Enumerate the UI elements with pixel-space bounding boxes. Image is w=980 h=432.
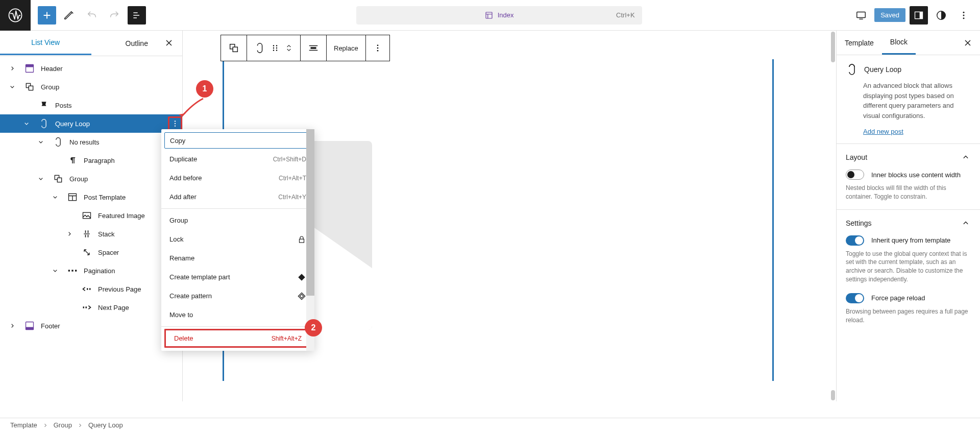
- tree-row-previous-page[interactable]: Previous Page: [0, 280, 182, 298]
- content-width-toggle[interactable]: [846, 170, 864, 180]
- document-title: Index: [498, 11, 514, 19]
- menu-add-before[interactable]: Add beforeCtrl+Alt+T: [161, 169, 314, 187]
- tab-template[interactable]: Template: [837, 32, 882, 54]
- main-area: List View Outline HeaderGroupPostsQuery …: [0, 31, 980, 401]
- toggle-icon[interactable]: [35, 138, 47, 146]
- svg-rect-4: [920, 12, 923, 18]
- save-status[interactable]: Saved: [874, 8, 905, 22]
- parent-block-button[interactable]: [221, 35, 247, 61]
- list-view-toggle[interactable]: [128, 6, 146, 25]
- loop-icon[interactable]: [254, 42, 265, 54]
- menu-copy[interactable]: Copy: [164, 132, 311, 149]
- menu-create-template-part[interactable]: Create template part: [161, 268, 314, 286]
- tree-row-label: Next Page: [98, 304, 129, 311]
- tree-row-stack[interactable]: Stack: [0, 225, 182, 243]
- tree-row-spacer[interactable]: Spacer: [0, 243, 182, 261]
- menu-item-label: Add after: [169, 193, 197, 201]
- list-view-panel: List View Outline HeaderGroupPostsQuery …: [0, 31, 183, 401]
- tab-list-view[interactable]: List View: [0, 31, 91, 55]
- svg-point-36: [276, 50, 277, 51]
- tree-row-label: No results: [69, 138, 100, 146]
- annotation-badge-2: 2: [305, 319, 322, 337]
- layout-panel-toggle[interactable]: Layout: [846, 152, 971, 162]
- tree-row-no-results[interactable]: No results: [0, 133, 182, 151]
- menu-create-pattern[interactable]: Create pattern: [161, 286, 314, 305]
- undo-button[interactable]: [83, 6, 101, 25]
- menu-rename[interactable]: Rename: [161, 249, 314, 268]
- tree-row-post-template[interactable]: Post Template: [0, 188, 182, 206]
- svg-point-38: [377, 44, 378, 46]
- breadcrumb-item[interactable]: Template: [10, 421, 37, 429]
- redo-button[interactable]: [105, 6, 124, 25]
- toggle-icon[interactable]: [6, 64, 18, 73]
- menu-item-label: Copy: [170, 137, 185, 145]
- tab-block[interactable]: Block: [882, 31, 916, 55]
- menu-add-after[interactable]: Add afterCtrl+Alt+Y: [161, 187, 314, 206]
- svg-rect-21: [71, 270, 73, 271]
- replace-button[interactable]: Replace: [327, 35, 366, 61]
- loop-icon: [52, 136, 64, 148]
- loop-icon: [38, 117, 50, 130]
- tree-row-featured-image[interactable]: Featured Image: [0, 206, 182, 225]
- tree-row-next-page[interactable]: Next Page: [0, 298, 182, 317]
- toolbar-center: Index Ctrl+K: [146, 6, 852, 25]
- query-loop-icon: [846, 63, 858, 76]
- tree-row-group[interactable]: Group: [0, 78, 182, 96]
- force-reload-label: Force page reload: [871, 294, 925, 302]
- tree-row-label: Posts: [55, 102, 72, 109]
- breadcrumb-item[interactable]: Group: [54, 421, 72, 429]
- view-button[interactable]: [852, 6, 870, 25]
- tree-row-posts[interactable]: Posts: [0, 96, 182, 114]
- menu-item-shortcut: [297, 235, 306, 244]
- menu-item-label: Group: [169, 217, 188, 224]
- menu-move-to[interactable]: Move to: [161, 305, 314, 324]
- tree-row-group[interactable]: Group: [0, 170, 182, 188]
- settings-panel-toggle[interactable]: Settings: [846, 218, 971, 228]
- content-width-label: Inner blocks use content width: [871, 171, 961, 179]
- toggle-icon[interactable]: [20, 119, 33, 128]
- document-bar[interactable]: Index Ctrl+K: [356, 6, 642, 25]
- tree-row-label: Group: [41, 83, 59, 91]
- svg-rect-25: [83, 306, 85, 308]
- block-options-button[interactable]: [366, 35, 389, 61]
- menu-scrollbar[interactable]: [306, 129, 314, 351]
- toggle-icon[interactable]: [35, 175, 47, 183]
- close-inspector[interactable]: [961, 36, 975, 50]
- toggle-icon[interactable]: [6, 322, 18, 330]
- tree-row-footer[interactable]: Footer: [0, 317, 182, 335]
- tree-row-query-loop[interactable]: Query Loop: [0, 114, 182, 133]
- menu-delete[interactable]: DeleteShift+Alt+Z: [164, 329, 311, 348]
- menu-item-shortcut: [297, 273, 306, 282]
- add-block-button[interactable]: [38, 6, 56, 25]
- canvas-scrollbar[interactable]: [827, 31, 836, 401]
- force-reload-toggle[interactable]: [846, 293, 864, 303]
- move-up-down-icon[interactable]: [285, 42, 293, 54]
- menu-duplicate[interactable]: DuplicateCtrl+Shift+D: [161, 150, 314, 169]
- menu-lock[interactable]: Lock: [161, 230, 314, 249]
- toggle-icon[interactable]: [49, 193, 61, 201]
- group-icon: [52, 173, 64, 185]
- align-button[interactable]: [301, 35, 327, 61]
- wp-logo[interactable]: [0, 0, 31, 31]
- drag-handle-icon[interactable]: [271, 43, 280, 53]
- styles-button[interactable]: [932, 6, 950, 25]
- toggle-icon[interactable]: [63, 230, 76, 238]
- close-list-view[interactable]: [162, 36, 176, 50]
- pin-icon: [38, 99, 50, 111]
- toggle-icon[interactable]: [6, 83, 18, 91]
- block-toolbar: Replace: [220, 35, 390, 61]
- settings-sidebar-toggle[interactable]: [910, 6, 928, 25]
- inherit-query-toggle[interactable]: [846, 235, 864, 246]
- add-new-post-link[interactable]: Add new post: [863, 128, 903, 135]
- svg-point-8: [963, 17, 965, 19]
- toggle-icon[interactable]: [49, 267, 61, 275]
- tree-row-pagination[interactable]: Pagination: [0, 261, 182, 280]
- options-button[interactable]: [954, 6, 973, 25]
- tree-row-paragraph[interactable]: Paragraph: [0, 151, 182, 170]
- breadcrumb-item[interactable]: Query Loop: [88, 421, 123, 429]
- tools-button[interactable]: [60, 6, 79, 25]
- tree-row-header[interactable]: Header: [0, 59, 182, 78]
- menu-group[interactable]: Group: [161, 211, 314, 230]
- block-description: An advanced block that allows displaying…: [863, 81, 971, 121]
- svg-point-32: [276, 45, 277, 46]
